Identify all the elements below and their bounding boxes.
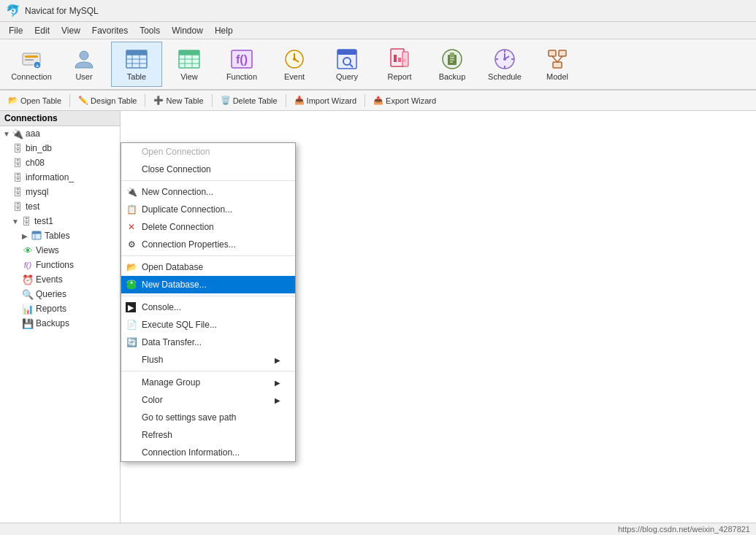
ctx-open-connection[interactable]: Open Connection (121, 143, 295, 161)
menu-tools[interactable]: Tools (134, 24, 166, 37)
tree-item-reports[interactable]: 📊 Reports (0, 301, 120, 316)
props-icon: ⚙ (126, 239, 137, 250)
ctx-new-database[interactable]: + New Database... (121, 276, 295, 293)
svg-rect-30 (391, 49, 404, 66)
ctx-goto-settings[interactable]: Go to settings save path (121, 409, 295, 426)
tree-label-test: test (26, 201, 39, 212)
ctx-data-transfer[interactable]: 🔄 Data Transfer... (121, 334, 295, 351)
toolbar-query-button[interactable]: Query (321, 42, 373, 87)
toolbar: + Connection User Table (0, 39, 756, 91)
ctx-manage-group[interactable]: Manage Group ▶ (121, 374, 295, 391)
delete-table-button[interactable]: 🗑️ Delete Table (215, 93, 283, 109)
sep4 (286, 94, 286, 107)
ctx-new-connection[interactable]: 🔌 New Connection... (121, 183, 295, 201)
ctx-refresh[interactable]: Refresh (121, 426, 295, 444)
tree-label-information: information_ (26, 172, 74, 182)
ctx-connection-info[interactable]: Connection Information... (121, 444, 295, 461)
ctx-console-label: Console... (142, 302, 181, 312)
import-wizard-button[interactable]: 📥 Import Wizard (289, 93, 362, 109)
menu-help[interactable]: Help (209, 24, 239, 37)
tree-item-test[interactable]: 🗄 test (0, 199, 120, 214)
tree-item-functions[interactable]: f() Functions (0, 258, 120, 272)
app-icon: 🐬 (6, 4, 20, 18)
export-wizard-button[interactable]: 📤 Export Wizard (368, 93, 441, 109)
tree-item-views[interactable]: 👁 Views (0, 243, 120, 258)
manage-group-arrow: ▶ (275, 379, 280, 387)
ctx-duplicate-connection[interactable]: 📋 Duplicate Connection... (121, 201, 295, 218)
svg-text:+: + (130, 280, 134, 286)
tree-item-ch08[interactable]: 🗄 ch08 (0, 155, 120, 170)
menu-file[interactable]: File (3, 24, 28, 37)
ctx-sep3 (121, 296, 295, 296)
ctx-sep2 (121, 255, 295, 256)
ctx-new-connection-label: New Connection... (142, 187, 213, 197)
tree-item-information[interactable]: 🗄 information_ (0, 170, 120, 185)
new-conn-icon: 🔌 (126, 186, 137, 198)
db-icon-ch08: 🗄 (12, 157, 23, 169)
expand-aaa: ▼ (3, 130, 12, 138)
statusbar: https://blog.csdn.net/weixin_4287821 (0, 523, 756, 535)
svg-rect-57 (32, 231, 41, 234)
toolbar-report-button[interactable]: Report (374, 42, 425, 87)
sep1 (69, 94, 70, 107)
ctx-color[interactable]: Color ▶ (121, 391, 295, 409)
tree-item-aaa[interactable]: ▼ 🔌 aaa (0, 126, 120, 141)
design-table-button[interactable]: ✏️ Design Table (73, 93, 142, 109)
user-icon (72, 47, 96, 71)
ctx-refresh-label: Refresh (142, 430, 172, 440)
ctx-close-connection[interactable]: Close Connection (121, 161, 295, 178)
svg-rect-27 (337, 50, 356, 55)
toolbar-table-button[interactable]: Table (111, 42, 162, 87)
statusbar-text: https://blog.csdn.net/weixin_4287821 (618, 525, 750, 534)
toolbar-schedule-button[interactable]: Schedule (479, 42, 530, 87)
sep2 (145, 94, 145, 107)
toolbar-backup-button[interactable]: Backup (427, 42, 478, 87)
new-table-button[interactable]: ➕ New Table (148, 93, 208, 109)
svg-point-5 (80, 51, 88, 60)
svg-rect-51 (553, 62, 562, 68)
queries-icon: 🔍 (22, 288, 34, 300)
ctx-delete-connection[interactable]: ✕ Delete Connection (121, 218, 295, 236)
tree-item-backups[interactable]: 💾 Backups (0, 316, 120, 331)
menu-view[interactable]: View (56, 24, 86, 37)
function-icon: f() (230, 47, 253, 71)
ctx-connection-properties[interactable]: ⚙ Connection Properties... (121, 236, 295, 253)
ctx-console[interactable]: ▶ Console... (121, 299, 295, 316)
toolbar-model-label: Model (546, 72, 568, 81)
toolbar-connection-button[interactable]: + Connection (6, 42, 57, 87)
tree-label-backups: Backups (36, 318, 69, 328)
ctx-connection-info-label: Connection Information... (142, 447, 240, 458)
tree-item-tables[interactable]: ▶ Tables (0, 228, 120, 243)
tree-item-mysql[interactable]: 🗄 mysql (0, 185, 120, 199)
tree-item-test1[interactable]: ▼ 🗄 test1 (0, 214, 120, 228)
db-icon-info: 🗄 (12, 172, 23, 183)
events-icon: ⏰ (22, 274, 34, 285)
svg-rect-19 (179, 50, 199, 55)
new-db-icon: + (126, 279, 137, 290)
menu-favorites[interactable]: Favorites (86, 24, 134, 37)
svg-rect-50 (559, 50, 566, 56)
tree-item-bin-db[interactable]: 🗄 bin_db (0, 141, 120, 155)
toolbar-function-button[interactable]: f() Function (216, 42, 267, 87)
tree-item-queries[interactable]: 🔍 Queries (0, 287, 120, 301)
toolbar-user-button[interactable]: User (58, 42, 110, 87)
view-icon (177, 47, 201, 71)
svg-rect-33 (398, 58, 401, 62)
svg-rect-49 (549, 50, 556, 56)
toolbar-event-button[interactable]: Event (269, 42, 320, 87)
design-table-icon: ✏️ (78, 96, 88, 105)
ctx-execute-sql[interactable]: 📄 Execute SQL File... (121, 316, 295, 334)
open-table-button[interactable]: 📂 Open Table (3, 93, 66, 109)
toolbar-view-button[interactable]: View (164, 42, 215, 87)
toolbar-model-button[interactable]: Model (532, 42, 583, 87)
ctx-color-label: Color (142, 395, 163, 405)
ctx-flush-label: Flush (142, 355, 163, 365)
tree-item-events[interactable]: ⏰ Events (0, 272, 120, 287)
backup-icon (440, 47, 464, 71)
ctx-open-database[interactable]: 📂 Open Database (121, 258, 295, 276)
menu-edit[interactable]: Edit (28, 24, 56, 37)
menu-window[interactable]: Window (166, 24, 209, 37)
conn-info-icon (126, 447, 137, 458)
manage-group-icon (126, 377, 137, 388)
ctx-flush[interactable]: Flush ▶ (121, 351, 295, 369)
